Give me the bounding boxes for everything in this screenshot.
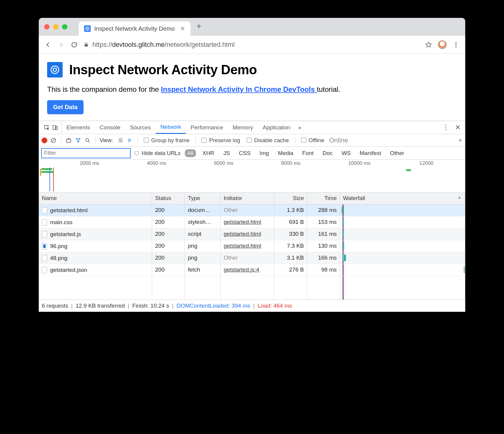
waterfall-view-icon[interactable] [127,137,133,144]
table-row[interactable]: getstarted.html200docum…Other1.3 KB288 m… [39,204,465,216]
group-by-frame-checkbox[interactable]: Group by frame [142,137,191,144]
panel-console[interactable]: Console [95,121,125,134]
chip-other[interactable]: Other [388,149,407,157]
filter-input[interactable] [41,148,131,158]
chip-xhr[interactable]: XHR [200,149,217,157]
reload-icon[interactable] [70,41,78,49]
request-status: 200 [152,252,185,264]
svg-point-5 [51,66,59,74]
device-toolbar-icon[interactable] [52,124,58,131]
devtools-menu-icon[interactable]: ⋮ [440,124,452,131]
tick: 8000 ms [281,160,300,166]
kebab-menu-icon[interactable] [452,41,460,49]
chip-js[interactable]: JS [221,149,232,157]
chip-css[interactable]: CSS [236,149,253,157]
select-element-icon[interactable] [44,124,50,131]
search-icon[interactable] [84,137,91,144]
chip-manifest[interactable]: Manifest [357,149,384,157]
omnibox[interactable]: https://devtools.glitch.me/network/getst… [84,41,419,49]
table-row[interactable]: 48.png200pngOther3.1 KB166 ms [39,252,465,264]
request-initiator[interactable]: getstarted.js:4 [221,264,274,276]
tutorial-link[interactable]: Inspect Network Activity In Chrome DevTo… [161,85,317,93]
request-time: 130 ms [307,240,340,252]
col-time[interactable]: Time [307,193,340,204]
maximize-window-icon[interactable] [62,24,67,30]
file-icon [42,231,47,238]
table-row[interactable]: 96.png200pnggetstarted.html7.3 KB130 ms [39,240,465,252]
panel-performance[interactable]: Performance [186,121,228,134]
close-window-icon[interactable] [44,24,50,30]
col-type[interactable]: Type [185,193,221,204]
request-initiator[interactable]: getstarted.html [221,228,274,240]
close-tab-icon[interactable]: ✕ [180,25,185,32]
new-tab-button[interactable]: ＋ [195,20,203,33]
large-rows-icon[interactable] [117,137,124,144]
capture-screenshot-icon[interactable] [65,137,72,144]
devtools-pane: ElementsConsoleSourcesNetworkPerformance… [39,121,465,312]
chip-ws[interactable]: WS [339,149,353,157]
col-size[interactable]: Size [274,193,307,204]
file-icon [42,207,47,214]
request-waterfall [340,240,465,252]
table-row[interactable]: main.css200stylesh…getstarted.html691 B1… [39,216,465,228]
chip-font[interactable]: Font [300,149,316,157]
chip-all[interactable]: All [185,149,196,157]
view-label: View: [100,137,113,144]
request-waterfall [340,204,465,216]
request-name: main.css [50,219,72,226]
request-initiator[interactable]: getstarted.html [221,240,274,252]
window-controls [44,18,73,36]
request-time: 98 ms [307,264,340,276]
table-header[interactable]: Name Status Type Initiator Size Time Wat… [39,193,465,204]
page-content: Inspect Network Activity Demo This is th… [39,54,465,121]
filter-icon[interactable] [75,137,81,144]
panel-elements[interactable]: Elements [62,121,95,134]
record-icon[interactable] [42,138,47,143]
online-label[interactable]: Online [329,137,348,144]
request-type: stylesh… [185,216,221,228]
tick: 4000 ms [147,160,166,166]
col-initiator[interactable]: Initiator [221,193,274,204]
close-devtools-icon[interactable]: ✕ [452,124,463,131]
more-panels-icon[interactable]: » [295,124,304,131]
browser-tab[interactable]: Inspect Network Activity Demo ✕ [79,21,191,36]
panel-application[interactable]: Application [258,121,295,134]
chip-img[interactable]: Img [257,149,271,157]
panel-memory[interactable]: Memory [228,121,258,134]
page-header: Inspect Network Activity Demo [47,62,457,78]
get-data-button[interactable]: Get Data [47,100,84,114]
clear-icon[interactable] [50,137,57,144]
bookmark-star-icon[interactable] [425,41,432,49]
chip-doc[interactable]: Doc [320,149,335,157]
col-waterfall[interactable]: Waterfall [340,193,465,204]
panel-sources[interactable]: Sources [125,121,156,134]
request-size: 276 B [274,264,307,276]
back-icon[interactable] [44,41,52,49]
offline-checkbox[interactable]: Offline [299,137,326,144]
table-row[interactable]: getstarted.js200scriptgetstarted.html330… [39,228,465,240]
col-status[interactable]: Status [152,193,185,204]
table-row[interactable]: getstarted.json200fetchgetstarted.js:427… [39,264,465,276]
devtools-tabs: ElementsConsoleSourcesNetworkPerformance… [39,121,465,134]
request-size: 691 B [274,216,307,228]
tick: 6000 ms [214,160,233,166]
tick: 12000 [419,160,433,166]
intro-text: This is the companion demo for the Inspe… [47,85,457,94]
request-initiator[interactable]: getstarted.html [221,216,274,228]
chip-media[interactable]: Media [276,149,296,157]
request-status: 200 [152,216,185,228]
hide-data-urls-checkbox[interactable]: Hide data URLs [135,150,181,156]
file-icon [42,219,47,226]
col-name[interactable]: Name [39,193,152,204]
panel-network[interactable]: Network [156,121,186,134]
throttling-caret-icon[interactable]: ▼ [458,138,462,143]
preserve-log-checkbox[interactable]: Preserve log [200,137,242,144]
tick: 10000 ms [348,160,371,166]
url-text: https://devtools.glitch.me/network/getst… [92,41,235,49]
request-waterfall [340,252,465,264]
svg-point-6 [53,68,56,71]
profile-avatar-icon[interactable] [438,40,447,49]
minimize-window-icon[interactable] [53,24,58,30]
timeline-ruler[interactable]: 2000 ms4000 ms6000 ms8000 ms10000 ms1200… [39,160,465,193]
disable-cache-checkbox[interactable]: Disable cache [245,137,290,144]
